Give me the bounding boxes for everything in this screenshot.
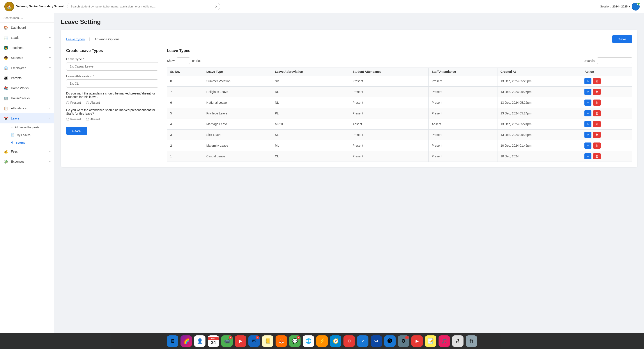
dock-chrome[interactable]: 🌐	[303, 335, 314, 347]
dock-finder[interactable]: 🖥	[167, 335, 178, 347]
dock-whatsapp[interactable]: 💬3	[289, 335, 300, 347]
dock-music[interactable]: 🎵	[438, 335, 450, 347]
delete-button[interactable]: 🗑	[593, 89, 601, 95]
cell-action: ✏ 🗑	[581, 87, 632, 97]
search-clear-icon[interactable]: ✕	[215, 5, 218, 9]
dock-firefox[interactable]: 🦊	[276, 335, 287, 347]
table-search-input[interactable]	[597, 58, 632, 64]
leads-icon: 📊	[4, 35, 8, 40]
dock-facetime[interactable]: 📹1	[221, 335, 233, 347]
dock-siri[interactable]: 🌈	[180, 335, 192, 347]
delete-button[interactable]: 🗑	[593, 153, 601, 159]
avatar[interactable]: 👤	[632, 3, 640, 11]
delete-button[interactable]: 🗑	[593, 121, 601, 127]
attendance-icon: 📋	[4, 106, 8, 111]
dock-appstore[interactable]: 🅐	[384, 335, 396, 347]
dock-anydesk[interactable]: ▶	[235, 335, 246, 347]
sidebar-item-fees[interactable]: 💰 Fees ▾	[0, 146, 54, 157]
homeworks-icon: 📚	[4, 86, 8, 91]
student-absent-radio[interactable]: Absent	[86, 101, 100, 104]
sidebar-search-input[interactable]	[4, 16, 50, 20]
sidebar-item-expenses[interactable]: 💸 Expenses ▾	[0, 157, 54, 167]
dock-bolt[interactable]: ⚡	[316, 335, 328, 347]
form-title: Create Leave Types	[66, 49, 158, 53]
dock-contacts[interactable]: 👤	[194, 335, 206, 347]
delete-button[interactable]: 🗑	[593, 78, 601, 84]
dock-vedmarg-admin[interactable]: VA	[371, 335, 382, 347]
staff-present-input[interactable]	[66, 118, 69, 121]
dock-mail[interactable]: ✉1	[248, 335, 260, 347]
sidebar-sub-my-leaves[interactable]: 📄 My Leaves	[11, 131, 54, 139]
edit-button[interactable]: ✏	[584, 89, 592, 95]
dock-stickies[interactable]: 📝	[425, 335, 436, 347]
chevron-right-icon: ▾	[49, 67, 50, 70]
dock-anydesk2[interactable]: ▶	[411, 335, 423, 347]
dock-trash[interactable]: 🗑	[466, 335, 477, 347]
dock-opera[interactable]: O	[344, 335, 355, 347]
edit-button[interactable]: ✏	[584, 78, 592, 84]
entries-input[interactable]: 20	[177, 58, 190, 64]
sidebar-search[interactable]	[0, 13, 54, 23]
save-button-top[interactable]: Save	[612, 35, 632, 43]
dock-sysprefs[interactable]: ⚙1	[398, 335, 409, 347]
tab-advance-options[interactable]: Advance Options	[94, 37, 120, 41]
cell-action: ✏ 🗑	[581, 119, 632, 130]
cell-created: 13 Dec, 2024 05:26pm	[497, 76, 581, 87]
cell-leave-type: Marriage Leave	[203, 119, 272, 130]
dock-preview[interactable]: 🖨	[452, 335, 464, 347]
student-question: Do you want the attendance should be mar…	[66, 92, 158, 99]
staff-absent-radio[interactable]: Absent	[86, 118, 100, 121]
edit-button[interactable]: ✏	[584, 121, 592, 127]
edit-button[interactable]: ✏	[584, 153, 592, 159]
dock-safari[interactable]: 🧭	[330, 335, 341, 347]
teachers-icon: 👨‍🏫	[4, 45, 8, 50]
student-absent-input[interactable]	[86, 101, 89, 104]
student-present-input[interactable]	[66, 101, 69, 104]
leave-type-input[interactable]	[66, 62, 158, 71]
top-search-bar[interactable]: ✕	[67, 3, 220, 10]
cell-abbr: CL	[272, 151, 349, 162]
staff-present-radio[interactable]: Present	[66, 118, 81, 121]
staff-absent-input[interactable]	[86, 118, 89, 121]
session-value[interactable]: 2024 - 2025	[612, 5, 628, 8]
edit-button[interactable]: ✏	[584, 132, 592, 138]
delete-button[interactable]: 🗑	[593, 143, 601, 149]
edit-button[interactable]: ✏	[584, 143, 592, 149]
chevron-down-icon[interactable]: ▾	[629, 5, 630, 8]
sidebar-item-houseblocks[interactable]: 🏢 House/Blocks	[0, 93, 54, 103]
save-button-form[interactable]: SAVE	[66, 127, 87, 135]
tab-leave-types[interactable]: Leave Types	[66, 37, 85, 41]
student-present-radio[interactable]: Present	[66, 101, 81, 104]
edit-button[interactable]: ✏	[584, 110, 592, 116]
sidebar-item-dashboard[interactable]: 🏠 Dashboard	[0, 23, 54, 33]
edit-button[interactable]: ✏	[584, 100, 592, 106]
sidebar-item-homeworks[interactable]: 📚 Home Works	[0, 83, 54, 93]
sidebar-item-leave[interactable]: 📅 Leave ▴	[0, 113, 54, 123]
delete-button[interactable]: 🗑	[593, 100, 601, 106]
cell-student: Present	[350, 151, 428, 162]
cell-staff: Present	[428, 130, 497, 140]
dock-calendar[interactable]: DEC 24	[208, 335, 219, 347]
dock-notes[interactable]: 📒	[262, 335, 273, 347]
sidebar-item-students[interactable]: 👦 Students ▾	[0, 53, 54, 63]
sidebar-item-parents[interactable]: 👨‍👩‍👦 Parents	[0, 73, 54, 83]
dock-vedmarg[interactable]: V	[357, 335, 368, 347]
cell-student: Present	[350, 97, 428, 108]
delete-button[interactable]: 🗑	[593, 132, 601, 138]
sidebar-item-employees[interactable]: 👔 Employees ▾	[0, 63, 54, 73]
sidebar-sub-all-leave-requests[interactable]: ≡ All Leave Requests	[11, 123, 54, 131]
cell-created: 13 Dec, 2024 05:25pm	[497, 87, 581, 97]
list-icon: ≡	[11, 126, 13, 129]
delete-button[interactable]: 🗑	[593, 110, 601, 116]
sidebar-item-attendance[interactable]: 📋 Attendance ▾	[0, 103, 54, 113]
sidebar-item-leads[interactable]: 📊 Leads ▾	[0, 33, 54, 43]
sidebar-item-teachers[interactable]: 👨‍🏫 Teachers ▾	[0, 43, 54, 53]
leave-abbr-input[interactable]	[66, 79, 158, 88]
actions-cell: ✏ 🗑	[584, 100, 629, 106]
cell-abbr: ML	[272, 140, 349, 151]
table-row: 6 National Leave NL Present Present 13 D…	[167, 97, 632, 108]
cell-leave-type: Maternity Leave	[203, 140, 272, 151]
main-content: Leave Setting Leave Types | Advance Opti…	[54, 13, 644, 333]
sidebar-sub-setting[interactable]: ⚙ Setting	[11, 139, 54, 146]
top-search-input[interactable]	[67, 3, 220, 10]
